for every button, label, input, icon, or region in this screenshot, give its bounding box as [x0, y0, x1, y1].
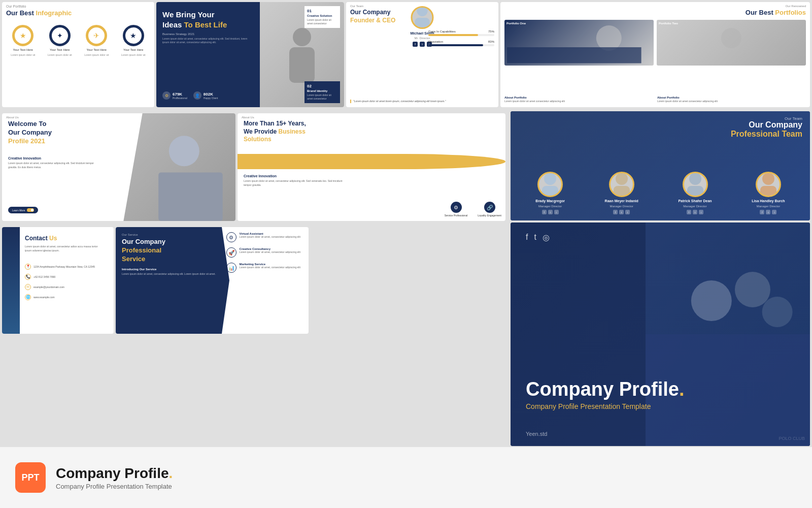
service-left-panel: Our Service Our Company ProfessionalServ… [116, 227, 222, 334]
large-preview-container[interactable]: f t ◎ Company Profile. Company Profile P… [511, 223, 810, 446]
portfolio-label-2: Portfolio Two [659, 22, 678, 25]
large-people-bg [646, 223, 810, 446]
stat-label-1: Proffessional [173, 97, 187, 100]
contact-phone: 📞 +62 812 3456 7890 [25, 274, 95, 280]
member-2: Raan Meyer Indanid Manager Director f t … [605, 172, 638, 214]
toggle-knob [31, 209, 33, 211]
m4-fb: f [760, 210, 764, 214]
contact-list: 📍 1234 Amphitheatre Parkway Mountain Vie… [25, 264, 95, 304]
slide-portfolios[interactable]: Our Renowned Our Best Portfolios Portfol… [500, 2, 810, 107]
circle-ring-1: ★ [12, 25, 33, 46]
contact-website: 🌐 www.example.com [25, 294, 95, 300]
portfolio-desc-1: About Portfolio Lorem ipsum dolor sit am… [504, 96, 653, 103]
m4-ig: i [772, 210, 776, 214]
large-ig-icon: ◎ [543, 233, 550, 242]
stat-1: ⚙ 679K Proffessional [162, 91, 187, 100]
progress-1: Gaps In Capabilities 75% [428, 30, 494, 36]
brand-subtitle: Company Profile Presentation Template [56, 483, 173, 490]
member-svg-2 [611, 172, 633, 197]
svg-rect-10 [542, 186, 558, 198]
svg-point-6 [721, 28, 741, 48]
circle-sublabel-4: Lorem ipsum dolor sit [121, 53, 146, 56]
bring-text: Lorem ipsum dolor sit amet, consectetur … [162, 37, 254, 44]
portfolio-grid: Portfolio One Portfolio Two [504, 20, 806, 66]
morethan-title: More Than 15+ Years,We Provide BusinessS… [244, 120, 306, 144]
portfolio-text-1: Lorem ipsum dolor sit amet consectetur a… [504, 100, 653, 103]
founder-title: Our Company Founder & CEO [350, 9, 395, 24]
learn-more-button[interactable]: Learn More [8, 207, 38, 213]
svg-point-19 [762, 297, 792, 327]
slide-welcome[interactable]: About Us Welcome ToOur CompanyProfile 20… [2, 113, 235, 221]
slide-bring[interactable]: We Bring YourIdeas To Best Life Business… [156, 2, 344, 107]
portfolio-desc-2: About Portfolio Lorem ipsum dolor sit am… [657, 96, 806, 103]
svg-point-15 [762, 173, 774, 185]
m3-fb: f [687, 210, 691, 214]
circle-ring-4: ★ [123, 25, 144, 46]
circle-sublabel-2: Lorem ipsum dolor sit [48, 53, 72, 56]
service-item-1: ⚙ Virtual Assistant Lorem ipsum dolor si… [226, 232, 303, 242]
box-02: 02 Brand Identity Lorem ipsum dolor sit … [304, 81, 340, 103]
m1-ig: i [554, 210, 559, 214]
svg-point-18 [734, 272, 770, 307]
star-icon: ★ [20, 31, 26, 40]
founder-title-sub: Founder & CEO [350, 17, 395, 24]
contact-phone-text: +62 812 3456 7890 [33, 275, 55, 278]
twitter-icon: t [420, 42, 425, 47]
middle-row: About Us Welcome ToOur CompanyProfile 20… [0, 111, 507, 223]
portfolio-1: Portfolio One [504, 20, 654, 66]
slide-pro-team: Our Team Our Company Professional Team B… [511, 111, 810, 220]
member-social-4: f t i [760, 210, 776, 214]
team-members: Brady Macgregor Manager Director f t i [511, 172, 810, 214]
founder-role: Mr. Director [414, 37, 430, 40]
member-1: Brady Macgregor Manager Director f t i [535, 172, 565, 214]
box-01: 01 Creative Solution Lorem ipsum dolor s… [304, 6, 340, 28]
welcome-subtitle: Creative Innovation [8, 156, 41, 160]
slide-infographic[interactable]: Our Portfolio Our Best Infographic ★ You… [2, 2, 154, 107]
service-label-top: Our Service [122, 233, 216, 236]
slide-founder[interactable]: Our Team Our Company Founder & CEO Micha… [346, 2, 498, 107]
slide-morethan[interactable]: About Us More Than 15+ Years,We Provide … [238, 113, 505, 221]
circle-ring-2: ✦ [49, 25, 71, 46]
main-container: Our Portfolio Our Best Infographic ★ You… [0, 0, 812, 508]
svg-rect-1 [289, 47, 315, 83]
svg-rect-14 [687, 186, 703, 198]
slide-pro-service[interactable]: Our Service Our Company ProfessionalServ… [116, 227, 309, 334]
progress-label-1: Gaps In Capabilities 75% [428, 30, 494, 33]
box01-text: Lorem ipsum dolor sit amet consectetur [307, 18, 337, 25]
slide-contact[interactable]: Contact Us Lorem ipsum dolor sit amet, c… [2, 227, 114, 334]
circle-item-3: ✈ Your Text Here Lorem ipsum dolor sit [84, 25, 109, 56]
progress-bar-2 [428, 44, 494, 46]
contact-left-bar [2, 227, 20, 334]
stat-icon-2: 👤 [193, 91, 201, 100]
address-icon: 📍 [25, 264, 31, 270]
service-intro-text: Lorem ipsum dolor sit amet, consectetur … [122, 272, 216, 276]
service-icon-1: ⚙ Service Professional [445, 202, 468, 217]
svg-rect-16 [760, 186, 776, 198]
svg-point-4 [596, 25, 622, 51]
portfolio-descriptions: About Portfolio Lorem ipsum dolor sit am… [504, 96, 806, 103]
large-preview-title: Company Profile. [526, 378, 685, 400]
slide-pro-team-container[interactable]: Our Team Our Company Professional Team B… [511, 111, 810, 220]
contact-email-text: example@yourdomain.com [33, 285, 64, 289]
service-circle-2: 🔗 [484, 202, 495, 213]
m4-tw: t [766, 210, 770, 214]
portfolio-text-2: Lorem ipsum dolor sit amet consectetur a… [657, 100, 806, 103]
member-name-1: Brady Macgregor [535, 199, 565, 203]
service-label-1: Service Professional [445, 214, 468, 217]
box02-text: Lorem ipsum dolor sit amet consectetur [307, 93, 337, 101]
bring-highlight: To Best Life [184, 20, 227, 29]
welcome-text: Lorem ipsum dolor sit amet, consectetur … [8, 162, 99, 169]
member-avatar-3 [683, 172, 708, 197]
member-social-3: f t i [687, 210, 703, 214]
circle-ring-3: ✈ [86, 25, 107, 46]
stat-value-1: 679K [173, 92, 187, 97]
circle-item-4: ★ Your Text Here Lorem ipsum dolor sit [121, 25, 146, 56]
award-icon: ★ [130, 31, 137, 40]
member-svg-3 [684, 172, 706, 197]
welcome-title: Welcome ToOur CompanyProfile 2021 [8, 120, 52, 146]
member-3: Patrick Shafer Dean Manager Director f t… [678, 172, 712, 214]
service-title-highlight: ProfessionalService [122, 246, 161, 263]
m1-tw: t [548, 210, 553, 214]
progress-bar-1 [428, 34, 494, 36]
svg-point-2 [417, 6, 427, 16]
